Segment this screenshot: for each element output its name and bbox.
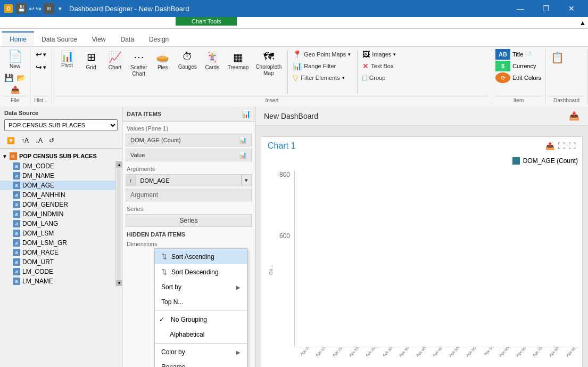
open-button[interactable]: 📂 — [15, 72, 27, 83]
close-button[interactable]: ✕ — [559, 0, 584, 17]
tree-item-dom_lsm_gr[interactable]: aDOM_LSM_GR — [0, 238, 115, 248]
title-button[interactable]: Title — [512, 51, 523, 58]
scroll-thumb[interactable] — [117, 168, 121, 279]
chart-export-icon[interactable]: 📤 — [545, 142, 554, 150]
geopoint-button[interactable]: 📍 Geo Point Maps ▾ — [291, 49, 354, 60]
tree-item-dom_urt[interactable]: aDOM_URT — [0, 257, 115, 267]
chart-fullscreen-icon[interactable]: ⛶ — [568, 142, 576, 150]
ds-refresh-button[interactable]: ↺ — [46, 135, 57, 146]
values-label-row[interactable]: Value 📊 — [126, 149, 252, 161]
choropleth-label: Choropleth Map — [255, 64, 281, 77]
insert-separator2 — [357, 50, 358, 94]
arg-up-button[interactable]: ↑ — [126, 175, 136, 186]
file-group-items: 📄 New 💾 📂 📤 — [3, 49, 27, 95]
chart-button[interactable]: 📈 Chart — [103, 49, 127, 72]
undo-dropdown[interactable]: ▾ — [43, 51, 46, 58]
tree-item-dom_lang[interactable]: aDOM_LANG — [0, 219, 115, 229]
datasource-dropdown[interactable]: POP CENSUS SUB PLACES — [4, 119, 118, 131]
images-button[interactable]: 🖼 Images ▾ — [360, 49, 413, 60]
scroll-down-btn[interactable]: ▼ — [116, 280, 122, 286]
ds-filter-button[interactable]: 🔽 — [4, 135, 18, 146]
images-dropdown[interactable]: ▾ — [393, 52, 396, 57]
data-items-chart-icon[interactable]: 📊 — [242, 110, 251, 118]
grid-icon-title[interactable]: ⊞ — [44, 3, 54, 14]
ctx-top-n[interactable]: Top N... — [155, 295, 247, 309]
title-badge[interactable]: AB — [495, 49, 510, 60]
scroll-up-btn[interactable]: ▲ — [116, 161, 122, 168]
tab-home[interactable]: Home — [2, 31, 34, 46]
y-label-800: 800 — [279, 171, 290, 178]
window-controls[interactable]: — ❐ ✕ — [508, 0, 584, 17]
canvas-export-icon[interactable]: 📤 — [569, 111, 579, 121]
tab-data[interactable]: Data — [113, 32, 142, 46]
scatter-label: Scatter Chart — [130, 64, 147, 77]
ctx-sort-ascending[interactable]: ⇅ Sort Ascending — [155, 249, 247, 264]
tree-item-dom_age[interactable]: aDOM_AGE — [0, 181, 115, 190]
ds-sort-desc-button[interactable]: ↓A — [32, 135, 45, 146]
scatter-chart-button[interactable]: ⋯ Scatter Chart — [127, 49, 151, 79]
values-field-row[interactable]: DOM_AGE (Count) 📊 — [126, 134, 252, 146]
ctx-rename[interactable]: Rename... — [155, 360, 247, 367]
textbox-button[interactable]: ✕ Text Box — [360, 61, 413, 71]
chart-widget: Chart 1 📤 ⛶ ⛶ DOM_AGE (Count) Co... — [261, 136, 583, 367]
pivot-button[interactable]: 📊 Pivot — [55, 49, 79, 70]
cards-button[interactable]: 🃏 Cards — [201, 49, 224, 72]
undo-redo-title[interactable]: ↩ ↪ — [29, 5, 42, 13]
field-name: DOM_LSM_GR — [22, 239, 67, 247]
grid-button[interactable]: ⊞ Grid — [79, 49, 103, 72]
group-icon: □ — [362, 74, 367, 82]
tree-item-dom_lsm[interactable]: aDOM_LSM — [0, 229, 115, 238]
export-button[interactable]: 📤 — [10, 84, 21, 95]
argument-dropdown[interactable]: ▾ — [241, 175, 251, 186]
new-button[interactable]: 📄 New — [3, 49, 27, 71]
y-axis: 800 600 — [276, 171, 292, 347]
rangefilter-button[interactable]: 📊 Range Filter — [291, 61, 354, 71]
ctx-no-grouping[interactable]: ✓ No Grouping — [155, 312, 247, 327]
treemap-label: Treemap — [228, 64, 249, 71]
tree-item-dm_code[interactable]: aDM_CODE — [0, 161, 115, 171]
minimize-button[interactable]: — — [508, 0, 533, 17]
ctx-color-by[interactable]: Color by ▶ — [155, 345, 247, 360]
tree-scrollbar[interactable]: ▲ ▼ — [115, 161, 122, 286]
tab-design[interactable]: Design — [142, 32, 176, 46]
tree-item-dom_anhhin[interactable]: aDOM_ANHHIN — [0, 190, 115, 200]
tree-item-dom_gender[interactable]: aDOM_GENDER — [0, 200, 115, 209]
treemap-button[interactable]: ▦ Treemap — [225, 49, 252, 72]
group-button[interactable]: □ Group — [360, 72, 413, 83]
chart-drilldown-icon[interactable]: ⛶ — [558, 142, 565, 150]
tree-item-lm_code[interactable]: aLM_CODE — [0, 267, 115, 276]
editcolors-button[interactable]: Edit Colors — [512, 75, 541, 81]
tree-expand-icon[interactable]: ▼ — [2, 153, 7, 159]
filterelements-dropdown[interactable]: ▾ — [342, 75, 345, 80]
tab-view[interactable]: View — [85, 32, 113, 46]
geopoint-dropdown[interactable]: ▾ — [348, 52, 351, 57]
save-button[interactable]: 💾 — [3, 72, 14, 83]
redo-button[interactable]: ↪ ▾ — [34, 62, 48, 72]
pies-button[interactable]: 🥧 Pies — [151, 49, 175, 72]
item-row1: AB Title 📄 — [495, 49, 541, 60]
middle-panel: DATA ITEMS 📊 Values (Pane 1) DOM_AGE (Co… — [122, 107, 255, 367]
currency-button[interactable]: Currency — [512, 63, 536, 69]
filterelements-button[interactable]: ▽ Filter Elements ▾ — [291, 72, 354, 83]
ctx-sort-by[interactable]: Sort by ▶ — [155, 280, 247, 295]
tab-datasource[interactable]: Data Source — [34, 32, 85, 46]
tree-item-dm_name[interactable]: aDM_NAME — [0, 171, 115, 181]
editcolors-icon[interactable]: ⟳ — [495, 72, 510, 83]
gauges-button[interactable]: ⏱ Gauges — [175, 49, 200, 72]
dashboard-group-label: Dashboard — [549, 96, 584, 104]
redo-dropdown[interactable]: ▾ — [43, 64, 46, 71]
ds-sort-asc-button[interactable]: ↑A — [19, 135, 31, 146]
ctx-sort-descending[interactable]: ⇅ Sort Descending — [155, 264, 247, 280]
tree-item-dom_race[interactable]: aDOM_RACE — [0, 248, 115, 257]
tree-item-lm_name[interactable]: aLM_NAME — [0, 276, 115, 286]
currency-badge[interactable]: $ — [495, 61, 510, 71]
choropleth-button[interactable]: 🗺 Choropleth Map — [252, 49, 285, 78]
ctx-alphabetical[interactable]: Alphabetical — [155, 327, 247, 342]
quick-access-icon[interactable]: 💾 — [16, 3, 27, 14]
y-label-600: 600 — [279, 232, 290, 240]
tree-item-dom_indmin[interactable]: aDOM_INDMIN — [0, 209, 115, 219]
maximize-button[interactable]: ❐ — [534, 0, 558, 17]
undo-button[interactable]: ↩ ▾ — [34, 49, 48, 60]
ribbon-collapse-btn[interactable]: ▲ — [579, 19, 586, 27]
alphabetical-label: Alphabetical — [170, 331, 204, 338]
